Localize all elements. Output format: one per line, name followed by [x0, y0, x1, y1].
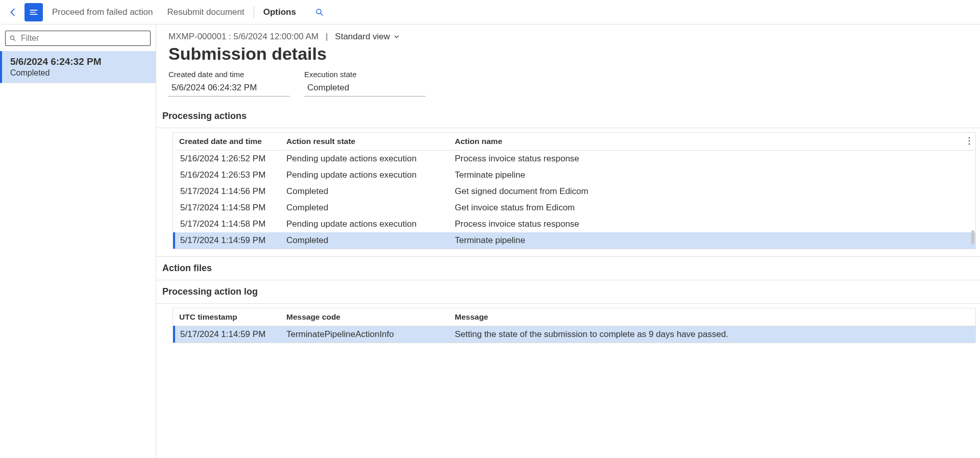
table-row[interactable]: 5/17/2024 1:14:59 PMTerminatePipelineAct… — [174, 326, 975, 343]
sidebar-item-title: 5/6/2024 6:24:32 PM — [10, 56, 148, 67]
processing-actions-header[interactable]: Processing actions — [156, 105, 980, 128]
svg-point-1 — [10, 36, 14, 39]
cell-name: Get invoice status from Edicom — [450, 200, 975, 216]
toolbar-separator — [254, 6, 254, 18]
cell-msg: Setting the state of the submission to c… — [450, 326, 975, 343]
created-value[interactable]: 5/6/2024 06:24:32 PM — [168, 81, 290, 97]
cell-state: Pending update actions execution — [281, 216, 450, 232]
breadcrumb-sep: | — [326, 32, 328, 42]
col-created[interactable]: Created date and time — [174, 133, 281, 151]
table-row[interactable]: 5/16/2024 1:26:52 PMPending update actio… — [174, 151, 975, 167]
page-title: Submission details — [168, 44, 980, 64]
sidebar-item[interactable]: 5/6/2024 6:24:32 PMCompleted — [0, 51, 156, 83]
table-row[interactable]: 5/17/2024 1:14:59 PMCompletedTerminate p… — [174, 232, 975, 249]
toolbar-cmd[interactable]: Options — [256, 3, 303, 21]
processing-log-header[interactable]: Processing action log — [156, 280, 980, 304]
cell-code: TerminatePipelineActionInfo — [281, 326, 450, 343]
svg-point-0 — [316, 9, 321, 14]
action-files-header[interactable]: Action files — [156, 256, 980, 280]
record-id: MXMP-000001 : 5/6/2024 12:00:00 AM — [168, 32, 318, 42]
cell-date: 5/16/2024 1:26:52 PM — [174, 151, 281, 167]
table-row[interactable]: 5/17/2024 1:14:58 PMCompletedGet invoice… — [174, 200, 975, 216]
view-label: Standard view — [335, 32, 390, 42]
processing-log-grid: UTC timestamp Message code Message 5/17/… — [173, 308, 976, 343]
detail-pane: MXMP-000001 : 5/6/2024 12:00:00 AM | Sta… — [156, 25, 980, 458]
col-state[interactable]: Action result state — [281, 133, 450, 151]
view-dropdown[interactable]: Standard view — [335, 32, 400, 42]
cell-state: Completed — [281, 200, 450, 216]
cell-date: 5/17/2024 1:14:59 PM — [174, 232, 281, 249]
chevron-down-icon — [393, 33, 400, 40]
toolbar-cmd[interactable]: Resubmit document — [160, 3, 252, 21]
cell-state: Completed — [281, 232, 450, 249]
grid-more-icon[interactable] — [968, 137, 970, 145]
state-value[interactable]: Completed — [304, 81, 426, 97]
cell-name: Terminate pipeline — [450, 232, 975, 249]
scrollbar-thumb[interactable] — [971, 230, 974, 245]
processing-actions-grid: Created date and time Action result stat… — [173, 132, 976, 249]
svg-point-4 — [969, 143, 970, 145]
sidebar: 5/6/2024 6:24:32 PMCompleted — [0, 25, 156, 458]
col-code[interactable]: Message code — [281, 308, 450, 326]
sidebar-item-sub: Completed — [10, 68, 148, 78]
cell-state: Pending update actions execution — [281, 151, 450, 167]
cell-date: 5/17/2024 1:14:58 PM — [174, 200, 281, 216]
filter-input[interactable] — [5, 31, 151, 46]
cell-state: Completed — [281, 183, 450, 200]
svg-point-3 — [969, 140, 970, 142]
lines-icon[interactable] — [24, 3, 43, 21]
filter-search-icon — [9, 35, 16, 42]
cell-state: Pending update actions execution — [281, 167, 450, 183]
table-row[interactable]: 5/17/2024 1:14:56 PMCompletedGet signed … — [174, 183, 975, 200]
table-row[interactable]: 5/17/2024 1:14:58 PMPending update actio… — [174, 216, 975, 232]
cell-date: 5/16/2024 1:26:53 PM — [174, 167, 281, 183]
cell-date: 5/17/2024 1:14:56 PM — [174, 183, 281, 200]
state-label: Execution state — [304, 70, 426, 79]
cell-name: Process invoice status response — [450, 151, 975, 167]
cell-date: 5/17/2024 1:14:58 PM — [174, 216, 281, 232]
cell-name: Process invoice status response — [450, 216, 975, 232]
col-msg[interactable]: Message — [450, 308, 975, 326]
table-row[interactable]: 5/16/2024 1:26:53 PMPending update actio… — [174, 167, 975, 183]
col-ts[interactable]: UTC timestamp — [174, 308, 281, 326]
created-label: Created date and time — [168, 70, 290, 79]
back-button[interactable] — [4, 3, 22, 21]
col-name[interactable]: Action name — [450, 133, 975, 151]
svg-point-2 — [969, 137, 970, 139]
toolbar-cmd[interactable]: Proceed from failed action — [45, 3, 160, 21]
cell-name: Terminate pipeline — [450, 167, 975, 183]
toolbar: Proceed from failed actionResubmit docum… — [0, 0, 980, 25]
search-icon[interactable] — [310, 3, 329, 21]
cell-name: Get signed document from Edicom — [450, 183, 975, 200]
cell-ts: 5/17/2024 1:14:59 PM — [174, 326, 281, 343]
